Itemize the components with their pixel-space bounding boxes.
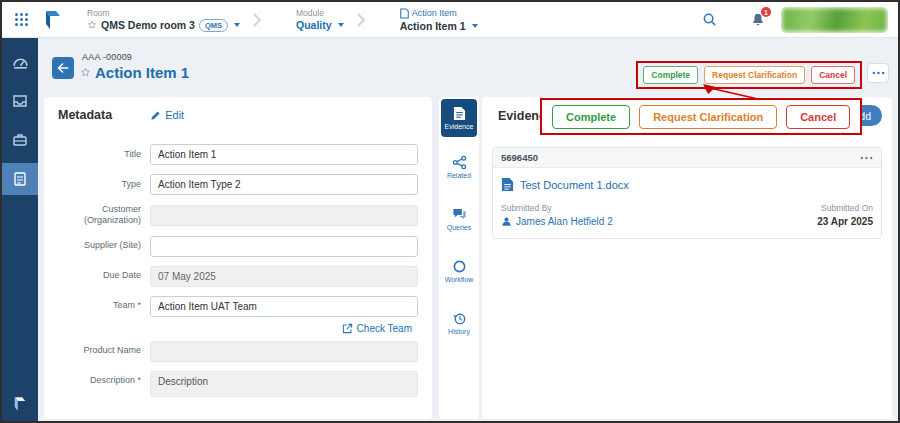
annotation-cancel-button: Cancel — [786, 105, 850, 129]
apps-grid-icon[interactable] — [14, 12, 29, 27]
form-row-customer: Customer (Organization) — [58, 204, 418, 227]
page-title-row: Action Item 1 — [80, 64, 189, 81]
module-label: Module — [296, 8, 344, 18]
title-field[interactable] — [150, 144, 418, 165]
inbox-icon — [12, 93, 28, 109]
chevron-down-icon — [234, 23, 240, 27]
request-clarification-button[interactable]: Request Clarification — [704, 66, 805, 84]
team-field[interactable] — [150, 296, 418, 317]
evidence-id: 5696450 — [501, 152, 538, 163]
form-row-description: Description * Description — [58, 371, 418, 397]
field-label: Type — [58, 179, 150, 190]
tab-workflow[interactable]: Workflow — [441, 254, 477, 288]
pencil-icon — [150, 110, 161, 121]
edit-label: Edit — [165, 109, 184, 121]
arrow-left-icon — [57, 62, 69, 74]
briefcase-icon — [12, 132, 28, 148]
annotation-box-action-buttons: Complete Request Clarification Cancel — [636, 61, 862, 89]
form-row-due-date: Due Date — [58, 266, 418, 287]
breadcrumb-separator-icon — [253, 13, 261, 27]
breadcrumb-module: Module Quality — [296, 8, 344, 31]
submission-meta-row: Submitted By James Alan Hetfield 2 Submi… — [501, 203, 873, 227]
module-name: Quality — [296, 19, 332, 31]
submitted-on-column: Submitted On 23 Apr 2025 — [817, 203, 873, 227]
person-icon — [501, 216, 512, 227]
notifications-bell-icon[interactable]: 1 — [751, 12, 765, 27]
file-name-link[interactable]: Test Document 1.docx — [520, 179, 629, 191]
annotation-complete-button: Complete — [552, 105, 630, 129]
tab-queries[interactable]: Queries — [441, 202, 477, 236]
search-icon[interactable] — [702, 12, 717, 27]
edit-button[interactable]: Edit — [150, 109, 184, 121]
description-field: Description — [150, 371, 418, 397]
customer-field — [150, 205, 418, 226]
metadata-title: Metadata — [58, 108, 112, 122]
metadata-panel: Metadata Edit Title Type Customer (Organ… — [44, 97, 432, 419]
more-actions-button[interactable] — [867, 63, 889, 83]
back-button[interactable] — [52, 57, 74, 79]
user-menu[interactable] — [781, 7, 888, 33]
tab-evidence[interactable]: Evidence — [441, 99, 477, 137]
sidebar-item-tasks[interactable] — [2, 163, 38, 195]
module-selector[interactable]: Quality — [296, 19, 344, 31]
item-type-link[interactable]: Action Item — [400, 8, 478, 19]
submitted-by-link[interactable]: James Alan Hetfield 2 — [516, 216, 613, 227]
form-row-title: Title — [58, 144, 418, 165]
tab-label: Related — [447, 172, 471, 179]
breadcrumb-separator-icon — [357, 13, 365, 27]
brand-logo-icon — [41, 8, 65, 32]
cancel-button[interactable]: Cancel — [811, 66, 855, 84]
evidence-card: 5696450 Test Document 1.docx Submitted B… — [492, 147, 882, 239]
page-title: Action Item 1 — [95, 64, 189, 81]
sidebar-logo-icon — [2, 395, 38, 413]
check-team-row: Check Team — [58, 323, 418, 334]
submitted-by-column: Submitted By James Alan Hetfield 2 — [501, 203, 613, 227]
evidence-card-body: Test Document 1.docx Submitted By James … — [493, 168, 881, 238]
complete-button[interactable]: Complete — [643, 66, 698, 84]
metadata-form: Title Type Customer (Organization) Suppl… — [58, 144, 418, 397]
breadcrumb-item: Action Item Action Item 1 — [400, 8, 478, 32]
field-label: Customer (Organization) — [58, 204, 150, 227]
submitted-on-label: Submitted On — [817, 203, 873, 213]
room-selector[interactable]: QMS Demo room 3 QMS — [87, 19, 240, 32]
type-field[interactable] — [150, 174, 418, 195]
star-icon — [87, 20, 97, 30]
gauge-icon — [12, 54, 29, 71]
tab-label: Workflow — [445, 276, 474, 283]
check-team-link[interactable]: Check Team — [342, 323, 418, 334]
form-row-product: Product Name — [58, 341, 418, 362]
sidebar-item-dashboard[interactable] — [2, 46, 38, 78]
sidebar-item-workspace[interactable] — [2, 124, 38, 156]
history-clock-icon — [452, 311, 467, 326]
document-icon — [453, 106, 466, 121]
room-label: Room — [87, 8, 240, 18]
form-row-type: Type — [58, 174, 418, 195]
document-icon — [400, 8, 409, 19]
form-row-team: Team * — [58, 296, 418, 317]
left-sidebar — [2, 38, 38, 421]
chat-bubbles-icon — [452, 207, 467, 222]
annotation-request-clarification-button: Request Clarification — [639, 105, 777, 129]
evidence-panel: Evidence Add 5696450 Test Document 1.doc… — [482, 97, 892, 419]
item-selector[interactable]: Action Item 1 — [400, 20, 478, 32]
star-icon[interactable] — [80, 67, 91, 78]
tab-label: History — [448, 328, 470, 335]
product-name-field — [150, 341, 418, 362]
item-name: Action Item 1 — [400, 20, 466, 32]
field-label: Team * — [58, 300, 150, 311]
submitted-by-label: Submitted By — [501, 203, 613, 213]
tab-related[interactable]: Related — [441, 150, 477, 184]
room-name: QMS Demo room 3 — [101, 19, 195, 31]
tab-label: Queries — [447, 224, 472, 231]
file-row: Test Document 1.docx — [501, 177, 873, 192]
chevron-down-icon — [472, 24, 478, 28]
file-document-icon — [501, 177, 514, 192]
sidebar-item-inbox[interactable] — [2, 85, 38, 117]
card-more-button[interactable] — [860, 156, 873, 160]
supplier-field[interactable] — [150, 236, 418, 257]
ellipsis-icon — [860, 156, 873, 160]
tab-history[interactable]: History — [441, 306, 477, 340]
ellipsis-icon — [872, 71, 885, 75]
notification-badge: 1 — [761, 7, 771, 17]
room-badge: QMS — [199, 19, 228, 32]
